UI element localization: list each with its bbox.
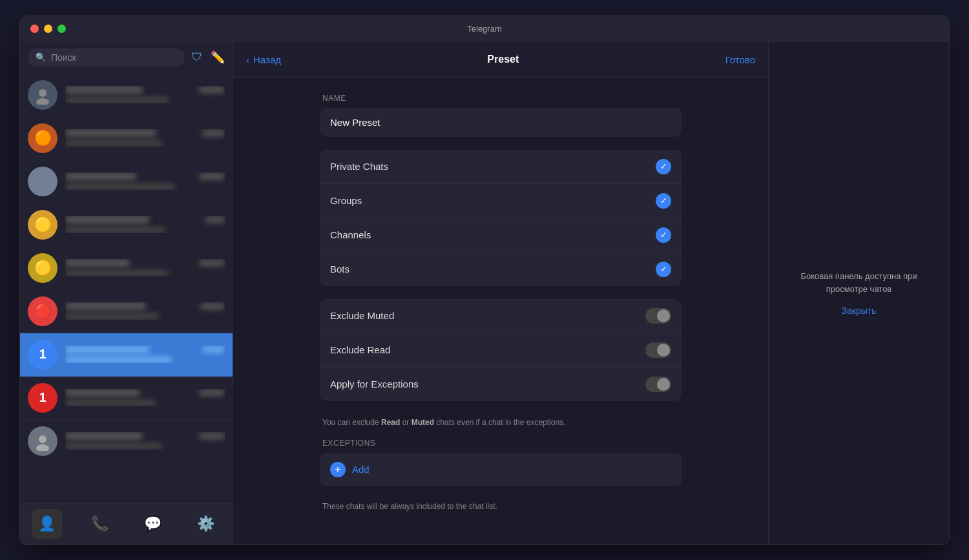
add-icon: + — [330, 462, 346, 477]
form-area: NAME New Preset Private Chats ✓ Groups ✓ — [233, 78, 768, 544]
svg-point-4 — [39, 435, 47, 443]
apply-exceptions-row[interactable]: Apply for Exceptions — [320, 368, 682, 401]
channels-row[interactable]: Channels ✓ — [320, 218, 682, 253]
chat-item[interactable] — [20, 74, 233, 117]
sidebar-header: 🔍 Поиск 🛡 ✏️ — [20, 42, 233, 74]
channels-check: ✓ — [656, 227, 671, 243]
chat-info — [65, 432, 225, 450]
chat-item[interactable]: 🟠 — [20, 117, 233, 160]
compose-icon[interactable]: ✏️ — [211, 50, 225, 65]
panel-info-text: Боковая панель доступна при просмотре ча… — [769, 270, 949, 295]
exclude-muted-row[interactable]: Exclude Muted — [320, 299, 682, 333]
exceptions-label: EXCEPTIONS — [320, 439, 682, 448]
groups-label: Groups — [330, 195, 362, 206]
contacts-icon[interactable]: 👤 — [32, 509, 62, 539]
apply-exceptions-toggle[interactable] — [645, 377, 671, 392]
chat-info — [65, 302, 225, 320]
avatar: 🟡 — [28, 253, 57, 283]
groups-row[interactable]: Groups ✓ — [320, 184, 682, 218]
chat-item[interactable]: 🟡 — [20, 203, 233, 247]
name-label: NAME — [320, 94, 682, 103]
window-title: Telegram — [467, 24, 501, 34]
close-window-button[interactable] — [30, 25, 39, 33]
chat-info — [65, 259, 225, 276]
app-window: Telegram 🔍 Поиск 🛡 ✏️ — [19, 16, 950, 545]
sidebar-bottom: 👤 📞 💬 ⚙️ — [20, 503, 233, 544]
groups-check: ✓ — [656, 193, 671, 209]
exclude-muted-toggle[interactable] — [645, 308, 671, 324]
main-header: ‹ Назад Preset Готово — [233, 42, 768, 78]
private-chats-check: ✓ — [656, 159, 671, 174]
app-body: 🔍 Поиск 🛡 ✏️ — [20, 42, 949, 544]
private-chats-row[interactable]: Private Chats ✓ — [320, 150, 682, 184]
exclude-muted-label: Exclude Muted — [330, 310, 394, 321]
avatar: 🟠 — [28, 123, 57, 153]
avatar: 1 — [28, 340, 57, 369]
avatar: 🟡 — [28, 210, 57, 240]
svg-point-1 — [39, 89, 47, 97]
chat-item-active[interactable]: 1 — [20, 333, 233, 377]
form-container: NAME New Preset Private Chats ✓ Groups ✓ — [320, 94, 682, 529]
chat-info — [65, 389, 225, 406]
chat-item[interactable]: 🟡 — [20, 247, 233, 290]
chat-info — [65, 346, 225, 363]
exclude-read-row[interactable]: Exclude Read — [320, 333, 682, 368]
chat-info — [65, 86, 225, 103]
bots-label: Bots — [330, 264, 349, 275]
back-button[interactable]: ‹ Назад — [246, 54, 281, 65]
chats-icon[interactable]: 💬 — [138, 509, 168, 539]
search-placeholder: Поиск — [51, 52, 76, 63]
private-chats-label: Private Chats — [330, 161, 388, 172]
search-icon: 🔍 — [36, 52, 46, 62]
apply-exceptions-label: Apply for Exceptions — [330, 379, 419, 389]
settings-icon[interactable]: ⚙️ — [191, 509, 221, 539]
traffic-lights — [30, 25, 66, 33]
minimize-window-button[interactable] — [44, 25, 52, 33]
chevron-left-icon: ‹ — [246, 54, 249, 65]
back-label: Назад — [253, 54, 281, 65]
name-input[interactable]: New Preset — [320, 108, 682, 137]
chat-item[interactable] — [20, 420, 233, 463]
search-bar[interactable]: 🔍 Поиск — [28, 48, 185, 67]
add-label: Add — [352, 464, 370, 475]
avatar — [28, 167, 57, 196]
done-button[interactable]: Готово — [725, 54, 755, 65]
avatar: 1 — [28, 383, 57, 413]
avatar — [28, 80, 57, 110]
exclude-read-label: Exclude Read — [330, 344, 390, 355]
include-section: Private Chats ✓ Groups ✓ Channels ✓ Bo — [320, 150, 682, 286]
avatar — [28, 426, 57, 456]
shield-icon[interactable]: 🛡 — [191, 50, 203, 65]
exclude-section: Exclude Muted Exclude Read Apply for Exc… — [320, 299, 682, 401]
chat-info — [65, 172, 225, 190]
chat-item[interactable] — [20, 160, 233, 203]
add-exception-button[interactable]: + Add — [320, 453, 682, 486]
sidebar: 🔍 Поиск 🛡 ✏️ — [20, 42, 233, 544]
sidebar-actions: 🛡 ✏️ — [191, 50, 225, 65]
avatar: 🔴 — [28, 296, 57, 326]
chat-list: 🟠 🟡 — [20, 74, 233, 503]
bots-row[interactable]: Bots ✓ — [320, 253, 682, 286]
chat-item[interactable]: 1 — [20, 377, 233, 420]
page-title: Preset — [281, 54, 725, 65]
maximize-window-button[interactable] — [57, 25, 66, 33]
right-panel: Боковая панель доступна при просмотре ча… — [768, 42, 949, 544]
channels-label: Channels — [330, 229, 371, 240]
exceptions-section: + Add — [320, 453, 682, 486]
calls-icon[interactable]: 📞 — [85, 509, 115, 539]
exclude-read-toggle[interactable] — [645, 342, 671, 358]
chat-info — [65, 129, 225, 147]
bots-check: ✓ — [656, 262, 671, 277]
close-panel-button[interactable]: Закрыть — [842, 306, 877, 316]
titlebar: Telegram — [20, 16, 949, 42]
exclude-hint: You can exclude Read or Muted chats even… — [320, 414, 682, 439]
chat-info — [65, 216, 225, 233]
chat-item[interactable]: 🔴 — [20, 290, 233, 333]
main-content: ‹ Назад Preset Готово NAME New Preset Pr… — [233, 42, 768, 544]
exceptions-hint: These chats will be always included to t… — [320, 499, 682, 511]
